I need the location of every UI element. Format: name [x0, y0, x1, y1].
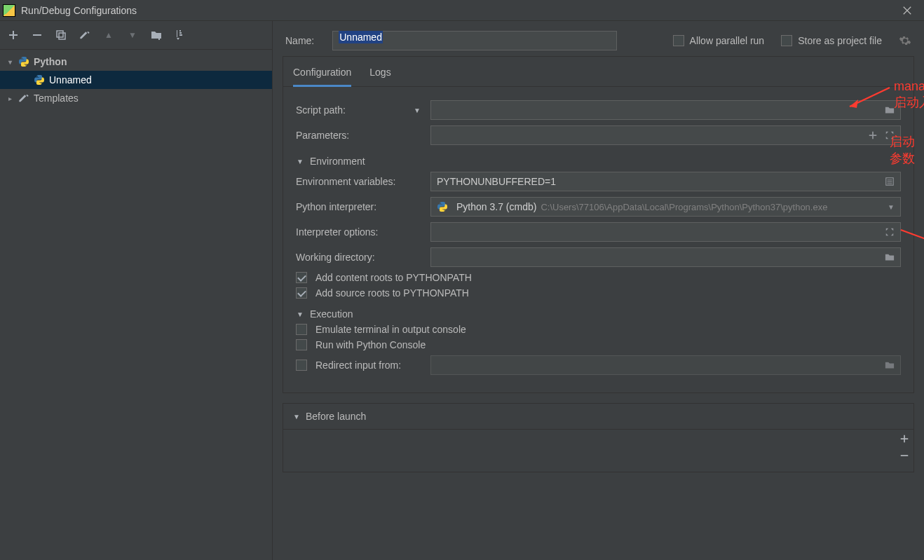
move-up-button[interactable]: ▲	[102, 29, 115, 41]
python-icon	[18, 56, 29, 67]
run-with-console-checkbox[interactable]: Run with Python Console	[296, 339, 901, 350]
move-down-button[interactable]: ▼	[126, 29, 139, 41]
svg-rect-9	[901, 455, 909, 456]
config-tree[interactable]: ▾ Python Unnamed ▸ Templates	[0, 50, 272, 560]
before-launch-toggle[interactable]: ▼ Before launch	[283, 404, 913, 429]
parameters-label: Parameters:	[296, 130, 430, 141]
redirect-input-checkbox[interactable]: Redirect input from:	[296, 360, 430, 371]
titlebar: Run/Debug Configurations	[0, 0, 924, 21]
env-vars-value: PYTHONUNBUFFERED=1	[437, 176, 556, 187]
script-path-input[interactable]	[430, 100, 901, 120]
folder-icon[interactable]	[885, 252, 895, 262]
expand-icon[interactable]	[885, 227, 895, 237]
allow-parallel-label: Allow parallel run	[690, 35, 765, 46]
add-content-roots-label: Add content roots to PYTHONPATH	[315, 272, 472, 283]
interpreter-label: Python interpreter:	[296, 201, 430, 212]
script-path-label: Script path:	[296, 104, 346, 116]
redirect-input-field[interactable]	[430, 355, 901, 375]
add-source-roots-label: Add source roots to PYTHONPATH	[315, 287, 469, 299]
wrench-icon	[18, 93, 29, 104]
checkbox-icon	[296, 324, 307, 335]
checkbox-icon	[296, 360, 307, 371]
chevron-down-icon: ▼	[414, 107, 421, 114]
chevron-down-icon: ▼	[296, 158, 304, 165]
checkbox-icon	[296, 272, 307, 283]
tree-item-label: Python	[34, 56, 67, 67]
before-launch-body	[283, 429, 913, 472]
allow-parallel-checkbox[interactable]: Allow parallel run	[673, 35, 765, 46]
checkbox-icon	[296, 287, 307, 299]
add-source-roots-checkbox[interactable]: Add source roots to PYTHONPATH	[296, 287, 901, 299]
chevron-right-icon: ▸	[6, 95, 14, 102]
tree-item-label: Unnamed	[49, 74, 92, 86]
chevron-down-icon: ▾	[6, 58, 14, 66]
env-vars-label: Environment variables:	[296, 176, 430, 187]
tree-item-unnamed[interactable]: Unnamed	[0, 71, 272, 89]
interpreter-name: Python 3.7 (cmdb)	[456, 201, 536, 212]
tree-item-templates[interactable]: ▸ Templates	[0, 89, 272, 107]
before-launch-header: Before launch	[306, 411, 366, 422]
environment-section-toggle[interactable]: ▼ Environment	[296, 156, 901, 167]
add-content-roots-checkbox[interactable]: Add content roots to PYTHONPATH	[296, 272, 901, 283]
sidebar: ▲ ▼ ▾ Python Unnamed ▸	[0, 21, 273, 560]
svg-rect-2	[59, 33, 65, 39]
tabs: Configuration Logs	[283, 57, 913, 87]
redirect-input-label: Redirect input from:	[315, 360, 401, 371]
sort-button[interactable]	[174, 29, 186, 41]
interp-options-label: Interpreter options:	[296, 226, 430, 238]
chevron-down-icon: ▼	[293, 413, 300, 421]
chevron-down-icon: ▼	[888, 203, 895, 211]
app-icon	[3, 4, 15, 17]
tree-item-label: Templates	[34, 93, 79, 104]
name-label: Name:	[285, 35, 314, 46]
emulate-terminal-checkbox[interactable]: Emulate terminal in output console	[296, 324, 901, 335]
window-title: Run/Debug Configurations	[21, 5, 893, 16]
parameters-input[interactable]	[430, 125, 901, 145]
add-config-button[interactable]	[7, 29, 20, 41]
toolbar: ▲ ▼	[0, 21, 272, 50]
chevron-down-icon: ▼	[296, 310, 304, 318]
folder-icon[interactable]	[885, 105, 895, 115]
remove-config-button[interactable]	[31, 29, 43, 41]
store-as-project-file-checkbox[interactable]: Store as project file	[781, 35, 882, 46]
list-icon[interactable]	[885, 177, 895, 186]
copy-config-button[interactable]	[55, 29, 67, 41]
interpreter-select[interactable]: Python 3.7 (cmdb) C:\Users\77106\AppData…	[430, 197, 901, 217]
execution-section-toggle[interactable]: ▼ Execution	[296, 308, 901, 320]
name-value: Unnamed	[339, 31, 383, 43]
tab-logs[interactable]: Logs	[369, 61, 390, 86]
run-with-console-label: Run with Python Console	[315, 339, 426, 350]
checkbox-icon	[296, 339, 307, 350]
environment-header: Environment	[310, 156, 365, 167]
svg-rect-7	[888, 182, 892, 182]
svg-rect-0	[33, 34, 41, 36]
folder-icon[interactable]	[885, 360, 895, 370]
execution-header: Execution	[310, 308, 353, 320]
svg-rect-8	[888, 184, 892, 184]
plus-icon[interactable]	[868, 130, 878, 140]
script-path-dropdown[interactable]: Script path: ▼	[296, 104, 430, 116]
edit-defaults-button[interactable]	[79, 29, 91, 41]
form-panel: Name: Unnamed Allow parallel run Store a…	[273, 21, 924, 560]
name-input[interactable]: Unnamed	[332, 31, 617, 50]
python-icon	[34, 74, 45, 86]
python-icon	[437, 201, 448, 212]
checkbox-icon	[781, 35, 792, 46]
expand-icon[interactable]	[885, 130, 895, 140]
folder-button[interactable]	[150, 29, 163, 41]
svg-rect-4	[157, 37, 161, 39]
minus-icon[interactable]	[899, 451, 909, 460]
store-as-project-file-label: Store as project file	[798, 35, 882, 46]
emulate-terminal-label: Emulate terminal in output console	[315, 324, 466, 335]
svg-rect-1	[57, 31, 63, 37]
env-vars-input[interactable]: PYTHONUNBUFFERED=1	[430, 172, 901, 191]
close-button[interactable]	[893, 0, 921, 20]
interp-options-input[interactable]	[430, 222, 901, 242]
working-dir-input[interactable]	[430, 247, 901, 267]
plus-icon[interactable]	[899, 434, 909, 444]
tab-configuration[interactable]: Configuration	[293, 61, 351, 87]
tree-item-python[interactable]: ▾ Python	[0, 53, 272, 71]
interpreter-path: C:\Users\77106\AppData\Local\Programs\Py…	[541, 202, 827, 212]
checkbox-icon	[673, 35, 684, 46]
gear-icon[interactable]	[899, 34, 911, 47]
